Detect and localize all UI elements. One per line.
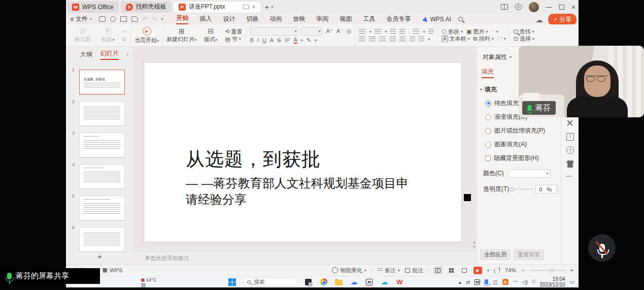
wps-ai-button[interactable]: WPS AI <box>423 16 451 23</box>
notes-button[interactable]: 备注 ▾ <box>377 267 400 274</box>
add-slide-button[interactable]: + <box>97 252 102 261</box>
panel-layout-icon[interactable] <box>566 133 574 141</box>
file-menu[interactable]: ≡ 文件 ▾ <box>70 15 92 23</box>
taskbar-clock[interactable]: 19:04 2023/12/10 <box>539 276 565 288</box>
numbered-list-icon[interactable] <box>375 29 381 35</box>
paste-button[interactable]: ⎗ 粘贴▾ <box>97 27 119 43</box>
new-slide-button[interactable]: ⊞ 新建幻灯片▾ <box>166 27 196 43</box>
format-painter-button[interactable]: ⎚ 格式刷 <box>72 27 94 43</box>
close-window-button[interactable]: × <box>571 4 575 11</box>
tab-slides[interactable]: 幻灯片 <box>100 49 119 60</box>
mute-button[interactable] <box>588 234 616 262</box>
start-button[interactable] <box>228 278 236 286</box>
slide-thumbnail-4[interactable] <box>79 164 125 189</box>
tray-m-icon[interactable]: M <box>474 279 480 285</box>
reset-button[interactable]: ⟲重置 <box>225 29 242 35</box>
copy-button[interactable]: ⧉ <box>122 37 127 42</box>
minimize-button[interactable]: — <box>546 4 552 10</box>
share-button[interactable]: ↗ 分享 <box>548 14 577 25</box>
slide-thumbnail-2[interactable] <box>79 101 125 126</box>
decrease-font-button[interactable]: A⁻ <box>336 28 343 34</box>
distribute-icon[interactable] <box>399 37 406 42</box>
menu-item-review[interactable]: 审阅 <box>316 15 328 23</box>
slider-thumb[interactable] <box>510 187 514 191</box>
tray-expand-icon[interactable]: ▴ <box>459 279 461 285</box>
fill-style-button[interactable]: ▢▾ <box>497 36 505 42</box>
apply-all-button[interactable]: 全部应用 <box>480 249 511 260</box>
bullet-list-icon[interactable] <box>359 29 365 35</box>
find-button[interactable]: 查找▾ <box>514 29 534 35</box>
slide-thumbnail-3[interactable] <box>79 133 125 157</box>
undo-icon[interactable]: ↶ <box>143 16 147 22</box>
increase-font-button[interactable]: A⁺ <box>326 28 332 34</box>
comment-button[interactable]: 批注 <box>405 267 423 274</box>
wps-taskbar-button[interactable]: W <box>395 278 404 286</box>
text-direction-icon[interactable] <box>413 29 419 35</box>
volume-icon[interactable]: ◁) <box>522 279 527 285</box>
selection-handle[interactable] <box>464 194 471 201</box>
justify-icon[interactable] <box>389 37 396 42</box>
tab-outline[interactable]: 大纲 <box>80 50 92 59</box>
shadow-button[interactable]: A <box>270 38 274 43</box>
fill-tab[interactable]: 填充 <box>482 68 494 78</box>
new-tab-button[interactable]: + <box>265 3 269 11</box>
normal-view-button[interactable] <box>434 267 442 274</box>
transparency-slider[interactable] <box>511 189 533 189</box>
search-icon[interactable] <box>458 17 463 21</box>
zoom-slider-thumb[interactable] <box>550 269 554 272</box>
tray-device-icon[interactable]: ◫ <box>493 279 497 285</box>
m-app-button[interactable]: M <box>365 278 374 286</box>
split-view-icon[interactable] <box>501 4 508 10</box>
tab-list-caret-icon[interactable]: ▾ <box>272 5 274 9</box>
task-view-button[interactable] <box>304 278 313 286</box>
menu-item-home[interactable]: 开始 <box>176 14 188 24</box>
select-button[interactable]: ⊡选择▾ <box>514 36 534 42</box>
menu-item-animation[interactable]: 动画 <box>269 15 282 23</box>
slide-title[interactable]: 从选题，到获批 <box>186 147 321 172</box>
paragraph-settings-icon[interactable] <box>419 37 424 42</box>
font-family-select[interactable]: ▾ <box>250 27 298 36</box>
help-icon[interactable]: ? <box>566 146 574 154</box>
strikethrough-button[interactable]: S <box>277 38 281 43</box>
sogou-input-icon[interactable]: S <box>502 279 509 285</box>
output-icon[interactable] <box>110 16 116 22</box>
weather-widget[interactable]: 14°C 阴 <box>141 277 156 288</box>
zoom-slider[interactable] <box>530 270 565 271</box>
section-button[interactable]: ▤节▾ <box>225 37 242 42</box>
tray-settings-icon[interactable]: ⇄ <box>466 279 470 285</box>
slide-subtitle[interactable]: — —蒋芬教育部人文社科规划基金项目申请经验分享 <box>186 175 415 208</box>
option-picture-fill[interactable]: 图片或纹理填充(P) <box>485 126 561 135</box>
shapes-button[interactable]: ⬠形状▾ <box>442 29 463 35</box>
layout-button[interactable]: ⊟ 版式▾ <box>199 27 222 43</box>
wifi-icon[interactable]: ◠ <box>513 279 518 285</box>
font-color-caret[interactable]: ▾ <box>301 38 303 43</box>
picture-button[interactable]: ▣图片▾ <box>466 29 488 35</box>
taskbar-search[interactable]: 搜索 <box>243 278 297 286</box>
slide-thumbnail-6[interactable] <box>79 227 125 252</box>
option-pattern-fill[interactable]: 图案填充(A) <box>485 140 561 149</box>
smart-beautify-button[interactable]: 智能美化 ▾ <box>332 267 366 274</box>
slide-editing-area[interactable]: 从选题，到获批 — —蒋芬教育部人文社科规划基金项目申请经验分享 <box>144 62 462 242</box>
reset-background-button[interactable]: 重置背景 <box>514 249 544 260</box>
print-icon[interactable] <box>120 16 127 22</box>
color-select[interactable]: ▾ <box>508 170 551 178</box>
option-hide-background[interactable]: 隐藏背景图形(H) <box>485 154 561 163</box>
save-icon[interactable] <box>99 16 106 22</box>
play-options-caret[interactable]: ▾ <box>487 268 489 273</box>
zoom-out-button[interactable]: − <box>521 267 524 273</box>
globe-icon[interactable] <box>515 4 522 10</box>
reading-view-button[interactable] <box>460 267 468 274</box>
columns-icon[interactable] <box>410 37 415 42</box>
textbox-button[interactable]: 🄰文本框▾ <box>442 36 469 42</box>
chart-button[interactable]: ◔▾ <box>491 29 498 35</box>
align-right-icon[interactable] <box>379 37 386 42</box>
cut-button[interactable]: ✂ <box>122 29 127 35</box>
underline-button[interactable]: U <box>262 38 266 43</box>
cast-icon[interactable] <box>243 5 249 9</box>
slideshow-play-button[interactable]: ▶ <box>473 267 482 274</box>
tab-wps-office[interactable]: W WPS Office <box>67 2 119 13</box>
menu-item-member[interactable]: 会员专享 <box>386 15 411 23</box>
menu-item-view[interactable]: 视图 <box>340 15 352 23</box>
menu-item-slideshow[interactable]: 放映 <box>293 15 305 23</box>
redo-icon[interactable]: ↷ <box>152 16 156 22</box>
